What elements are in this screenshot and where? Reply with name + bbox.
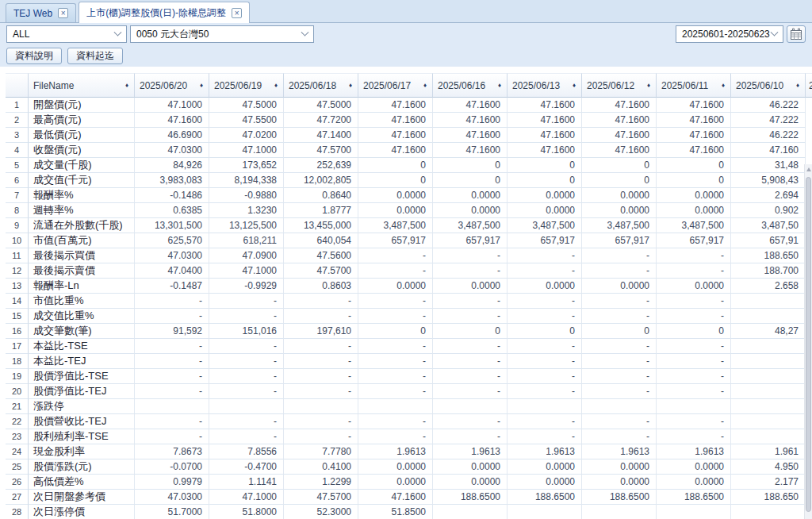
value-cell: 1.9613: [582, 444, 657, 459]
date-column-header[interactable]: 2025/06/18♦: [284, 73, 358, 98]
value-cell: 47.1600: [508, 128, 582, 143]
data-description-button[interactable]: 資料說明: [6, 48, 62, 64]
value-cell: -: [508, 429, 582, 444]
value-cell: [582, 399, 657, 414]
vertical-scrollbar[interactable]: [804, 164, 812, 519]
row-number-cell: 20: [6, 384, 29, 399]
value-cell: 0: [657, 173, 731, 188]
value-cell: 12,002,805: [284, 173, 358, 188]
table-row[interactable]: 27次日開盤參考價47.030047.100047.570047.1600188…: [6, 490, 812, 505]
value-cell: -0.1487: [135, 279, 209, 294]
value-cell: 4.950: [731, 459, 806, 475]
table-row[interactable]: 28次日漲停價51.700051.800052.300051.8500: [6, 505, 812, 519]
table-row[interactable]: 22股價營收比-TEJ--------: [6, 414, 812, 429]
table-row[interactable]: 18本益比-TEJ--------: [6, 354, 812, 369]
value-cell: 0.0000: [433, 475, 508, 490]
table-row[interactable]: 12最後揭示賣價47.040047.100047.5700-----188.70…: [6, 263, 812, 279]
value-cell: -: [135, 384, 209, 399]
table-row[interactable]: 13報酬率-Ln-0.1487-0.99290.86030.00000.0000…: [6, 279, 812, 294]
date-column-header[interactable]: 2025/06/10♦: [731, 73, 806, 98]
table-row[interactable]: 21漲跌停: [6, 399, 812, 414]
table-row[interactable]: 15成交值比重%--------: [6, 309, 812, 324]
tab-adjusted-price[interactable]: 上市(櫃)調整股價(日)-除權息調整 ×: [79, 2, 250, 23]
table-row[interactable]: 16成交筆數(筆)91,592151,016197,6100000048,27: [6, 324, 812, 339]
data-range-button[interactable]: 資料起迄: [67, 48, 123, 64]
table-row[interactable]: 25股價漲跌(元)-0.0700-0.47000.41000.00000.000…: [6, 459, 812, 475]
value-cell: 0: [508, 324, 582, 339]
value-cell: 1.9613: [433, 444, 508, 459]
calendar-button[interactable]: [787, 25, 806, 43]
value-cell: 0: [508, 173, 582, 188]
scroll-up-icon[interactable]: [806, 167, 811, 171]
field-name-cell: 高低價差%: [29, 475, 135, 490]
scrollbar-thumb[interactable]: [806, 177, 811, 512]
table-row[interactable]: 1開盤價(元)47.100047.500047.500047.160047.16…: [6, 98, 812, 113]
table-row[interactable]: 8週轉率%0.63851.32301.87770.00000.00000.000…: [6, 203, 812, 218]
date-column-header[interactable]: 2025/06/20♦: [135, 73, 209, 98]
tab-tej-web[interactable]: TEJ Web ×: [6, 3, 76, 22]
table-row[interactable]: 10市值(百萬元)625,570618,211640,054657,917657…: [6, 233, 812, 248]
value-cell: [731, 369, 806, 384]
value-cell: 47.5600: [284, 248, 358, 263]
value-cell: 0.0000: [508, 475, 582, 490]
value-cell: -: [582, 429, 657, 444]
row-number-cell: 14: [6, 294, 29, 309]
table-row[interactable]: 20股價淨值比-TEJ--------: [6, 384, 812, 399]
market-dropdown[interactable]: ALL: [6, 25, 127, 43]
value-cell: 3,487,500: [433, 218, 508, 233]
table-row[interactable]: 3最低價(元)46.690047.020047.140047.160047.16…: [6, 128, 812, 143]
field-name-cell: 報酬率-Ln: [29, 279, 135, 294]
value-cell: -: [358, 248, 433, 263]
value-cell: 640,054: [284, 233, 358, 248]
date-column-header[interactable]: 2025/06/11♦: [657, 73, 731, 98]
date-column-header[interactable]: 2025/06/19♦: [209, 73, 284, 98]
value-cell: -: [582, 294, 657, 309]
table-row[interactable]: 24現金股利率7.86737.85567.77801.96131.96131.9…: [6, 444, 812, 459]
date-column-header[interactable]: 2025/06/13♦: [508, 73, 582, 98]
value-cell: 188.650: [731, 490, 806, 505]
security-dropdown[interactable]: 0050 元大台灣50: [130, 25, 314, 43]
table-row[interactable]: 7報酬率%-0.1486-0.98800.86400.00000.00000.0…: [6, 188, 812, 203]
value-cell: 0.0000: [358, 475, 433, 490]
table-row[interactable]: 6成交值(千元)3,983,0838,194,33812,002,8050000…: [6, 173, 812, 188]
value-cell: 657,917: [657, 233, 731, 248]
table-row[interactable]: 14市值比重%--------: [6, 294, 812, 309]
date-range-dropdown[interactable]: 20250601-20250623: [676, 25, 783, 43]
table-row[interactable]: 23股利殖利率-TSE--------: [6, 429, 812, 444]
row-number-cell: 28: [6, 505, 29, 519]
table-row[interactable]: 11最後揭示買價47.030047.090047.5600-----188.65…: [6, 248, 812, 263]
date-column-header[interactable]: 2025/06/17♦: [358, 73, 433, 98]
price-data-grid: FileName♦2025/06/20♦2025/06/19♦2025/06/1…: [0, 67, 812, 519]
row-number-cell: 16: [6, 324, 29, 339]
tab-close-icon[interactable]: ×: [232, 8, 242, 18]
value-cell: 0.0000: [508, 459, 582, 475]
tab-close-icon[interactable]: ×: [58, 8, 68, 18]
row-number-cell: 22: [6, 414, 29, 429]
value-cell: 47.1000: [209, 143, 284, 158]
row-number-cell: 2: [6, 113, 29, 128]
value-cell: -: [508, 414, 582, 429]
grid-body: 1開盤價(元)47.100047.500047.500047.160047.16…: [6, 98, 812, 519]
value-cell: 47.1000: [209, 490, 284, 505]
field-name-cell: 報酬率%: [29, 188, 135, 203]
table-row[interactable]: 5成交量(千股)84,926173,652252,6390000031,48: [6, 158, 812, 173]
value-cell: 1.9613: [657, 444, 731, 459]
value-cell: 46.6900: [135, 128, 209, 143]
filename-column-header[interactable]: FileName♦: [29, 73, 135, 98]
sort-icon: ♦: [274, 82, 278, 89]
table-row[interactable]: 9流通在外股數(千股)13,301,50013,125,50013,455,00…: [6, 218, 812, 233]
value-cell: 0: [657, 324, 731, 339]
date-column-header[interactable]: 2025/06/12♦: [582, 73, 657, 98]
table-row[interactable]: 19股價淨值比-TSE--------: [6, 369, 812, 384]
value-cell: -: [508, 369, 582, 384]
value-cell: 13,455,000: [284, 218, 358, 233]
value-cell: 0.0000: [657, 475, 731, 490]
table-row[interactable]: 17本益比-TSE--------: [6, 339, 812, 354]
value-cell: 8,194,338: [209, 173, 284, 188]
field-name-cell: 本益比-TEJ: [29, 354, 135, 369]
table-row[interactable]: 26高低價差%0.99791.11411.22990.00000.00000.0…: [6, 475, 812, 490]
table-row[interactable]: 4收盤價(元)47.030047.100047.570047.160047.16…: [6, 143, 812, 158]
field-name-cell: 最後揭示賣價: [29, 263, 135, 279]
table-row[interactable]: 2最高價(元)47.160047.550047.720047.160047.16…: [6, 113, 812, 128]
date-column-header[interactable]: 2025/06/16♦: [433, 73, 508, 98]
